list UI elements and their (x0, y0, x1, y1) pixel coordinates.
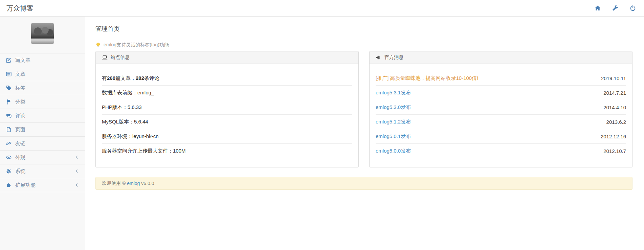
sidebar: 写文章 文章 标签 分类 (0, 17, 85, 250)
tag-icon (6, 85, 12, 91)
page-layout: 写文章 文章 标签 分类 (0, 17, 644, 250)
news-row: emlog5.3.1发布 2014.7.21 (376, 86, 626, 100)
avatar (31, 23, 54, 44)
flag-icon (6, 99, 12, 105)
official-news-body: [推广] 高质量蜘蛛池，提高网站收录10-100倍! 2019.10.11 em… (370, 64, 632, 167)
site-info-summary-row: 有260篇文章，282条评论 (102, 71, 352, 86)
site-info-row-db-prefix: 数据库表前缀：emlog_ (102, 86, 352, 100)
sidebar-item-label: 标签 (15, 85, 25, 91)
edit-icon (6, 58, 12, 63)
site-info-header: 站点信息 (96, 51, 358, 64)
sidebar-item-comments[interactable]: 评论 (0, 109, 85, 123)
news-link[interactable]: emlog5.3.1发布 (376, 90, 411, 96)
chevron-left-icon (74, 169, 79, 174)
news-date: 2019.10.11 (601, 75, 626, 81)
emlog-link[interactable]: emlog (127, 181, 140, 186)
summary-text: 篇文章， (115, 75, 136, 81)
sidebar-item-label: 文章 (15, 71, 25, 77)
laptop-icon (102, 55, 108, 60)
sidebar-item-categories[interactable]: 分类 (0, 95, 85, 109)
plugin-icon (6, 182, 12, 188)
sidebar-item-articles[interactable]: 文章 (0, 67, 85, 81)
news-row: emlog5.1.2发布 2013.6.2 (376, 115, 626, 129)
news-row: emlog5.0.0发布 2012.10.7 (376, 144, 626, 158)
gear-icon (6, 168, 12, 174)
tip-line: emlog支持灵活的标签(tag)功能 (95, 42, 632, 48)
news-date: 2012.12.16 (601, 134, 626, 139)
news-date: 2013.6.2 (606, 119, 626, 125)
speaker-icon (376, 55, 381, 60)
sidebar-item-label: 页面 (15, 127, 25, 133)
articles-count: 260 (107, 75, 115, 81)
news-row: [推广] 高质量蜘蛛池，提高网站收录10-100倍! 2019.10.11 (376, 71, 626, 86)
sidebar-item-links[interactable]: 友链 (0, 137, 85, 151)
summary-text: 有 (102, 75, 107, 81)
official-news-panel: 官方消息 [推广] 高质量蜘蛛池，提高网站收录10-100倍! 2019.10.… (369, 51, 632, 167)
list-icon (6, 71, 12, 77)
link-icon (6, 141, 12, 146)
welcome-banner: 欢迎使用 © emlog v6.0.0 (95, 177, 632, 190)
sidebar-item-extensions[interactable]: 扩展功能 (0, 178, 85, 192)
home-icon[interactable] (595, 5, 601, 11)
tip-text: emlog支持灵活的标签(tag)功能 (104, 42, 169, 48)
sidebar-item-appearance[interactable]: 外观 (0, 151, 85, 164)
news-date: 2012.10.7 (603, 148, 626, 154)
chevron-left-icon (74, 183, 79, 187)
sidebar-item-write-article[interactable]: 写文章 (0, 53, 85, 67)
site-info-row-max-upload: 服务器空间允许上传最大文件：100M (102, 144, 352, 158)
site-info-row-mysql-version: MySQL版本：5.6.44 (102, 115, 352, 129)
summary-text: 条评论 (144, 75, 159, 81)
news-date: 2014.7.21 (603, 90, 626, 96)
news-link[interactable]: emlog5.0.1发布 (376, 133, 411, 140)
sidebar-item-label: 写文章 (15, 57, 30, 64)
page-icon (6, 127, 12, 132)
site-info-panel: 站点信息 有260篇文章，282条评论 数据库表前缀：emlog_ PHP版本：… (95, 51, 359, 167)
news-link-promo[interactable]: [推广] 高质量蜘蛛池，提高网站收录10-100倍! (376, 75, 478, 82)
sidebar-item-label: 系统 (15, 168, 25, 175)
sidebar-menu: 写文章 文章 标签 分类 (0, 53, 85, 192)
eye-icon (6, 155, 12, 160)
wrench-icon[interactable] (612, 5, 618, 11)
sidebar-item-label: 分类 (15, 99, 25, 105)
news-link[interactable]: emlog5.0.0发布 (376, 148, 411, 154)
welcome-text-prefix: 欢迎使用 © (102, 180, 126, 186)
welcome-text-suffix: v6.0.0 (141, 181, 154, 186)
sidebar-item-label: 评论 (15, 113, 25, 119)
news-row: emlog5.3.0发布 2014.4.10 (376, 100, 626, 115)
official-news-title: 官方消息 (384, 54, 403, 61)
site-info-row-php-version: PHP版本：5.6.33 (102, 100, 352, 115)
sidebar-item-pages[interactable]: 页面 (0, 123, 85, 137)
chevron-left-icon (74, 155, 79, 160)
news-row: emlog5.0.1发布 2012.12.16 (376, 129, 626, 144)
topbar: 万众博客 (0, 0, 644, 17)
lightbulb-icon (95, 42, 101, 48)
topbar-actions (595, 5, 636, 11)
sidebar-item-tags[interactable]: 标签 (0, 81, 85, 95)
news-link[interactable]: emlog5.1.2发布 (376, 119, 411, 125)
sidebar-item-label: 友链 (15, 140, 25, 147)
site-info-body: 有260篇文章，282条评论 数据库表前缀：emlog_ PHP版本：5.6.3… (96, 64, 358, 167)
site-info-title: 站点信息 (111, 54, 130, 61)
main-content: 管理首页 emlog支持灵活的标签(tag)功能 站点信息 有260篇文章，28… (85, 17, 644, 250)
sidebar-item-label: 外观 (15, 154, 25, 161)
site-brand[interactable]: 万众博客 (6, 4, 34, 13)
news-date: 2014.4.10 (603, 105, 626, 110)
power-icon[interactable] (630, 5, 636, 11)
comments-count: 282 (136, 75, 144, 81)
sidebar-item-label: 扩展功能 (15, 182, 36, 188)
dashboard-panels: 站点信息 有260篇文章，282条评论 数据库表前缀：emlog_ PHP版本：… (95, 51, 632, 167)
page-title: 管理首页 (95, 25, 632, 33)
official-news-header: 官方消息 (370, 51, 632, 64)
site-info-row-server-env: 服务器环境：leyun-hk-cn (102, 129, 352, 144)
news-link[interactable]: emlog5.3.0发布 (376, 104, 411, 111)
sidebar-item-system[interactable]: 系统 (0, 164, 85, 178)
comments-icon (6, 113, 12, 118)
